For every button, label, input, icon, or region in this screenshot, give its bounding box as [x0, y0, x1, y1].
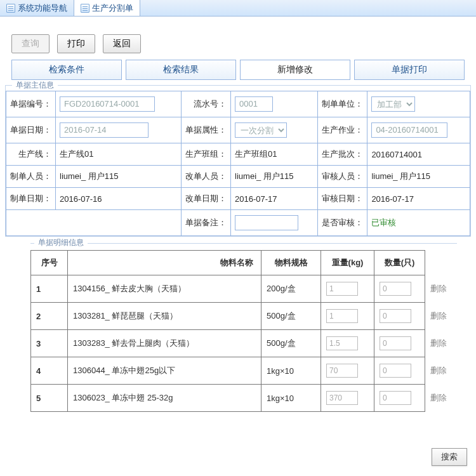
toolbar: 查询 打印 返回 [0, 17, 476, 60]
val-editor: liumei_ 用户115 [231, 166, 318, 188]
lbl-line: 生产线： [6, 143, 56, 166]
back-button[interactable]: 返回 [103, 34, 141, 53]
val-maker: liumei_ 用户115 [56, 166, 182, 188]
select-maker-unit[interactable]: 加工部 [371, 96, 415, 112]
input-qty[interactable] [380, 364, 411, 378]
val-edit-date: 2016-07-17 [231, 188, 318, 210]
val-line: 生产线01 [56, 143, 182, 166]
input-qty[interactable] [380, 282, 411, 296]
cell-idx: 2 [31, 303, 68, 330]
lbl-job: 生产作业： [318, 117, 367, 143]
lbl-team: 生产班组： [182, 143, 231, 166]
cell-name: 1306044_ 单冻中翅25g以下 [68, 357, 261, 385]
stab-add-edit[interactable]: 新增修改 [240, 60, 350, 80]
table-row: 41306044_ 单冻中翅25g以下1kg×10删除 [31, 357, 457, 385]
col-idx: 序号 [31, 251, 68, 275]
top-tabs: 系统功能导航 生产分割单 [0, 0, 476, 17]
val-team: 生产班组01 [231, 143, 318, 166]
master-grid: 单据编号： 流水号： 制单单位： 加工部 单据日期： 单据属性： 一次分割 生产… [6, 91, 470, 236]
table-row: 51306023_ 单冻中翅 25-32g1kg×10删除 [31, 385, 457, 412]
tab-label: 系统功能导航 [18, 3, 67, 14]
table-row: 31303283_ 鲜去骨上腿肉（天猫）500g/盒删除 [31, 330, 457, 357]
cell-spec: 1kg×10 [261, 385, 321, 412]
col-qty: 数量(只) [374, 251, 425, 275]
lbl-remark: 单据备注： [182, 210, 231, 236]
cell-idx: 3 [31, 330, 68, 357]
lbl-auditor: 审核人员： [318, 166, 367, 188]
input-weight[interactable] [326, 309, 358, 323]
cell-idx: 4 [31, 357, 68, 385]
lbl-maker-unit: 制单单位： [318, 91, 367, 117]
document-icon [81, 4, 89, 13]
col-act [425, 251, 457, 275]
col-name: 物料名称 [68, 251, 261, 275]
lbl-batch: 生产批次： [318, 143, 367, 166]
delete-link[interactable]: 删除 [425, 330, 457, 357]
master-legend: 单据主信息 [12, 80, 58, 91]
stab-doc-print[interactable]: 单据打印 [354, 60, 465, 80]
master-info: 单据主信息 单据编号： 流水号： 制单单位： 加工部 单据日期： 单据属性： 一… [5, 85, 471, 237]
delete-link[interactable]: 删除 [425, 385, 457, 412]
delete-link[interactable]: 删除 [425, 303, 457, 330]
input-doc-no[interactable] [60, 96, 155, 112]
lbl-maker: 制单人员： [6, 166, 56, 188]
input-doc-date[interactable] [60, 122, 149, 138]
lbl-doc-date: 单据日期： [6, 117, 56, 143]
detail-legend: 单据明细信息 [34, 237, 88, 248]
val-batch: 20160714001 [367, 143, 470, 166]
val-make-date: 2016-07-16 [56, 188, 182, 210]
cell-spec: 500g/盒 [261, 330, 321, 357]
lbl-audit-date: 审核日期： [318, 188, 367, 210]
col-weight: 重量(kg) [321, 251, 374, 275]
lbl-make-date: 制单日期： [6, 188, 56, 210]
input-qty[interactable] [380, 391, 411, 405]
val-audit-date: 2016-07-17 [367, 188, 470, 210]
delete-link[interactable]: 删除 [425, 275, 457, 303]
lbl-edit-date: 改单日期： [182, 188, 231, 210]
cell-spec: 200g/盒 [261, 275, 321, 303]
lbl-serial: 流水号： [182, 91, 231, 117]
input-weight[interactable] [326, 282, 358, 296]
val-auditor: liumei_ 用户115 [367, 166, 470, 188]
select-doc-attr[interactable]: 一次分割 [235, 122, 287, 138]
search-button[interactable]: 搜索 [432, 448, 467, 466]
cell-name: 1303281_ 鲜琵琶腿（天猫） [68, 303, 261, 330]
detail-info: 单据明细信息 序号 物料名称 物料规格 重量(kg) 数量(只) 1130415… [30, 243, 457, 412]
lbl-audited: 是否审核： [318, 210, 367, 236]
query-button[interactable]: 查询 [11, 34, 50, 53]
cell-spec: 500g/盒 [261, 303, 321, 330]
input-weight[interactable] [326, 364, 358, 378]
cell-idx: 1 [31, 275, 68, 303]
cell-idx: 5 [31, 385, 68, 412]
document-icon [6, 4, 15, 13]
stab-search-result[interactable]: 检索结果 [126, 60, 236, 80]
input-qty[interactable] [380, 309, 411, 323]
tab-system-nav[interactable]: 系统功能导航 [0, 0, 74, 16]
lbl-editor: 改单人员： [182, 166, 231, 188]
val-audited: 已审核 [371, 218, 396, 227]
cell-spec: 1kg×10 [261, 357, 321, 385]
tab-label: 生产分割单 [92, 3, 133, 14]
cell-name: 1303283_ 鲜去骨上腿肉（天猫） [68, 330, 261, 357]
input-weight[interactable] [326, 391, 358, 405]
lbl-doc-no: 单据编号： [6, 91, 56, 117]
delete-link[interactable]: 删除 [425, 357, 457, 385]
cell-name: 1304156_ 鲜去皮大胸（天猫） [68, 275, 261, 303]
input-qty[interactable] [380, 336, 411, 350]
stab-search-cond[interactable]: 检索条件 [11, 60, 122, 80]
col-spec: 物料规格 [261, 251, 321, 275]
table-row: 21303281_ 鲜琵琶腿（天猫）500g/盒删除 [31, 303, 457, 330]
table-row: 11304156_ 鲜去皮大胸（天猫）200g/盒删除 [31, 275, 457, 303]
input-serial[interactable] [235, 96, 273, 112]
cell-name: 1306023_ 单冻中翅 25-32g [68, 385, 261, 412]
input-job[interactable] [371, 122, 447, 138]
tab-production-split[interactable]: 生产分割单 [74, 0, 140, 16]
section-tabs: 检索条件 检索结果 新增修改 单据打印 [0, 60, 476, 80]
detail-table: 序号 物料名称 物料规格 重量(kg) 数量(只) 11304156_ 鲜去皮大… [30, 250, 457, 412]
input-weight[interactable] [326, 336, 358, 350]
input-remark[interactable] [235, 215, 298, 230]
lbl-doc-attr: 单据属性： [182, 117, 231, 143]
print-button[interactable]: 打印 [57, 34, 95, 53]
